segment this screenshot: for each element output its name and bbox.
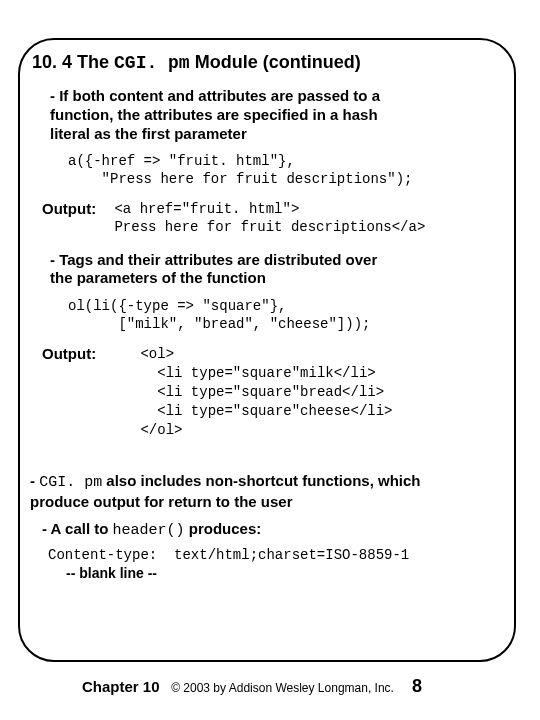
- output-row-2: Output: <ol> <li type="square"milk</li> …: [42, 345, 504, 439]
- output-label-1: Output:: [42, 200, 110, 217]
- bullet4-post: produces:: [185, 520, 262, 537]
- output-row-1: Output: <a href="fruit. html"> Press her…: [42, 200, 504, 236]
- slide-frame: 10. 4 The CGI. pm Module (continued) - I…: [18, 38, 516, 662]
- bullet3-pre: -: [30, 472, 39, 489]
- bullet-attributes-hash: - If both content and attributes are pas…: [50, 87, 504, 143]
- footer-chapter: Chapter 10: [82, 678, 160, 695]
- output-label-2: Output:: [42, 345, 110, 362]
- footer-copyright: © 2003 by Addison Wesley Longman, Inc.: [171, 681, 394, 695]
- bullet-tags-distributed: - Tags and their attributes are distribu…: [50, 251, 504, 289]
- bullet-header-call: - A call to header() produces:: [42, 520, 504, 539]
- blank-line-marker: -- blank line --: [66, 565, 504, 581]
- slide-title: 10. 4 The CGI. pm Module (continued): [32, 52, 504, 73]
- bullet4-code: header(): [113, 522, 185, 539]
- output-code-1: <a href="fruit. html"> Press here for fr…: [114, 200, 425, 236]
- title-suffix: Module: [190, 52, 263, 72]
- code-anchor-example: a({-href => "fruit. html"}, "Press here …: [68, 153, 504, 188]
- content-type-line: Content-type: text/html;charset=ISO-8859…: [48, 547, 504, 563]
- code-ol-example: ol(li({-type => "square"}, ["milk", "bre…: [68, 298, 504, 333]
- bullet4-pre: - A call to: [42, 520, 113, 537]
- slide-footer: Chapter 10 © 2003 by Addison Wesley Long…: [82, 678, 522, 695]
- output-code-2: <ol> <li type="square"milk</li> <li type…: [140, 345, 392, 439]
- footer-page-number: 8: [412, 676, 422, 697]
- title-code: CGI. pm: [114, 53, 190, 73]
- bullet-nonshortcut: - CGI. pm also includes non-shortcut fun…: [30, 454, 504, 512]
- title-prefix: 10. 4 The: [32, 52, 114, 72]
- bullet3-code: CGI. pm: [39, 474, 102, 491]
- title-continued: (continued): [263, 52, 361, 72]
